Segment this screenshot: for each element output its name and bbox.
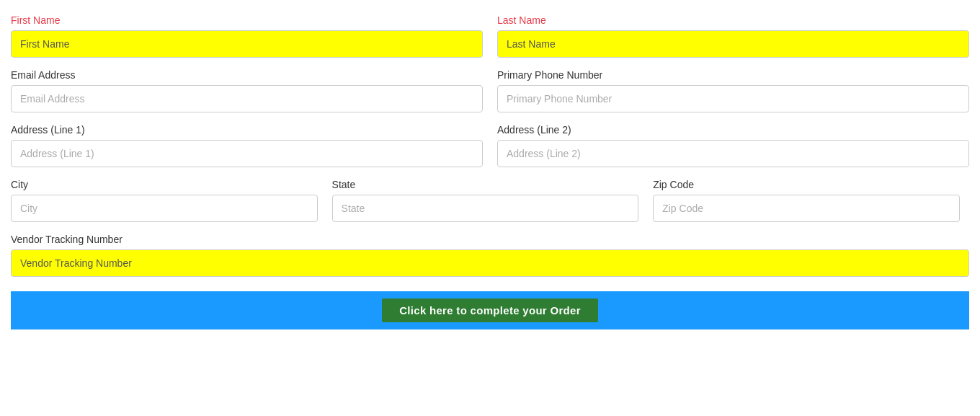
last-name-input[interactable]	[497, 30, 969, 58]
zip-label: Zip Code	[653, 179, 960, 190]
address2-input[interactable]	[497, 140, 969, 167]
first-name-group: First Name	[11, 14, 483, 58]
vendor-tracking-input[interactable]	[11, 249, 969, 277]
city-input[interactable]	[11, 195, 318, 222]
address2-label: Address (Line 2)	[497, 124, 969, 136]
state-label: State	[332, 179, 639, 190]
city-state-zip-row: City State Zip Code	[11, 179, 969, 222]
submit-button[interactable]: Click here to complete your Order	[382, 298, 598, 322]
state-group: State	[332, 179, 639, 222]
submit-bar: Click here to complete your Order	[11, 291, 969, 329]
email-label: Email Address	[11, 69, 483, 81]
address-row: Address (Line 1) Address (Line 2)	[11, 124, 969, 167]
zip-group: Zip Code	[653, 179, 960, 222]
address2-group: Address (Line 2)	[497, 124, 969, 167]
email-group: Email Address	[11, 69, 483, 112]
phone-group: Primary Phone Number	[497, 69, 969, 112]
phone-input[interactable]	[497, 85, 969, 112]
city-label: City	[11, 179, 318, 190]
phone-label: Primary Phone Number	[497, 69, 969, 81]
email-input[interactable]	[11, 85, 483, 112]
vendor-row: Vendor Tracking Number	[11, 234, 969, 277]
city-group: City	[11, 179, 318, 222]
first-name-input[interactable]	[11, 30, 483, 58]
last-name-label: Last Name	[497, 14, 969, 26]
address1-input[interactable]	[11, 140, 483, 167]
first-name-label: First Name	[11, 14, 483, 26]
zip-input[interactable]	[653, 195, 960, 222]
last-name-group: Last Name	[497, 14, 969, 58]
vendor-tracking-label: Vendor Tracking Number	[11, 234, 969, 245]
vendor-tracking-group: Vendor Tracking Number	[11, 234, 969, 277]
contact-row: Email Address Primary Phone Number	[11, 69, 969, 112]
address1-group: Address (Line 1)	[11, 124, 483, 167]
address1-label: Address (Line 1)	[11, 124, 483, 136]
form-container: First Name Last Name Email Address Prima…	[11, 14, 969, 329]
state-input[interactable]	[332, 195, 639, 222]
name-row: First Name Last Name	[11, 14, 969, 58]
